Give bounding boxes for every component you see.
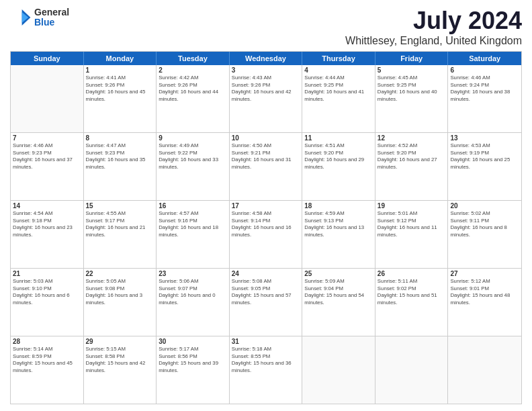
day-info: Sunrise: 4:50 AM Sunset: 9:21 PM Dayligh… (232, 142, 300, 171)
day-cell-17: 17Sunrise: 4:58 AM Sunset: 9:14 PM Dayli… (230, 201, 303, 268)
calendar-row-0: 1Sunrise: 4:41 AM Sunset: 9:26 PM Daylig… (11, 65, 521, 133)
day-cell-31: 31Sunrise: 5:18 AM Sunset: 8:55 PM Dayli… (230, 336, 303, 404)
day-info: Sunrise: 5:18 AM Sunset: 8:55 PM Dayligh… (232, 346, 300, 374)
day-cell-5: 5Sunrise: 4:45 AM Sunset: 9:25 PM Daylig… (375, 65, 449, 132)
day-info: Sunrise: 5:15 AM Sunset: 8:58 PM Dayligh… (86, 346, 154, 374)
day-cell-19: 19Sunrise: 5:01 AM Sunset: 9:12 PM Dayli… (375, 201, 449, 268)
page: General Blue July 2024 Whittlesey, Engla… (0, 0, 532, 411)
day-number: 25 (304, 270, 373, 277)
day-info: Sunrise: 5:01 AM Sunset: 9:12 PM Dayligh… (378, 210, 446, 238)
header-day-monday: Monday (84, 52, 157, 65)
day-number: 12 (378, 134, 446, 142)
day-info: Sunrise: 4:46 AM Sunset: 9:23 PM Dayligh… (13, 142, 81, 171)
day-number: 24 (232, 270, 300, 277)
day-cell-22: 22Sunrise: 5:05 AM Sunset: 9:08 PM Dayli… (84, 269, 157, 336)
day-number: 19 (378, 202, 446, 210)
day-info: Sunrise: 4:46 AM Sunset: 9:24 PM Dayligh… (450, 75, 519, 103)
day-cell-18: 18Sunrise: 4:59 AM Sunset: 9:13 PM Dayli… (302, 201, 375, 268)
header-day-tuesday: Tuesday (157, 52, 230, 65)
day-cell-28: 28Sunrise: 5:14 AM Sunset: 8:59 PM Dayli… (11, 336, 84, 404)
day-info: Sunrise: 4:41 AM Sunset: 9:26 PM Dayligh… (86, 75, 154, 103)
day-cell-12: 12Sunrise: 4:52 AM Sunset: 9:20 PM Dayli… (375, 133, 449, 200)
day-info: Sunrise: 4:53 AM Sunset: 9:19 PM Dayligh… (450, 142, 519, 171)
day-cell-13: 13Sunrise: 4:53 AM Sunset: 9:19 PM Dayli… (448, 133, 521, 200)
day-info: Sunrise: 4:42 AM Sunset: 9:26 PM Dayligh… (159, 75, 227, 103)
calendar-row-4: 28Sunrise: 5:14 AM Sunset: 8:59 PM Dayli… (11, 336, 521, 404)
day-info: Sunrise: 5:09 AM Sunset: 9:04 PM Dayligh… (304, 278, 373, 306)
day-cell-7: 7Sunrise: 4:46 AM Sunset: 9:23 PM Daylig… (11, 133, 84, 200)
day-cell-6: 6Sunrise: 4:46 AM Sunset: 9:24 PM Daylig… (448, 65, 521, 132)
subtitle: Whittlesey, England, United Kingdom (345, 35, 522, 47)
day-info: Sunrise: 5:14 AM Sunset: 8:59 PM Dayligh… (13, 346, 81, 374)
day-info: Sunrise: 4:43 AM Sunset: 9:26 PM Dayligh… (232, 75, 300, 103)
day-cell-23: 23Sunrise: 5:06 AM Sunset: 9:07 PM Dayli… (157, 269, 230, 336)
day-number: 13 (450, 134, 519, 142)
main-title: July 2024 (345, 7, 522, 35)
day-info: Sunrise: 4:51 AM Sunset: 9:20 PM Dayligh… (304, 142, 373, 171)
day-info: Sunrise: 5:17 AM Sunset: 8:56 PM Dayligh… (159, 346, 227, 374)
day-number: 31 (232, 338, 300, 345)
day-info: Sunrise: 4:47 AM Sunset: 9:23 PM Dayligh… (86, 142, 154, 171)
day-info: Sunrise: 4:52 AM Sunset: 9:20 PM Dayligh… (378, 142, 446, 171)
day-number: 14 (13, 202, 81, 210)
day-number: 8 (86, 134, 154, 142)
day-info: Sunrise: 5:08 AM Sunset: 9:05 PM Dayligh… (232, 278, 300, 306)
day-number: 10 (232, 134, 300, 142)
day-cell-10: 10Sunrise: 4:50 AM Sunset: 9:21 PM Dayli… (230, 133, 303, 200)
day-number: 22 (86, 270, 154, 277)
title-block: July 2024 Whittlesey, England, United Ki… (345, 7, 522, 47)
calendar-row-3: 21Sunrise: 5:03 AM Sunset: 9:10 PM Dayli… (11, 269, 521, 336)
day-number: 26 (378, 270, 446, 277)
day-info: Sunrise: 4:45 AM Sunset: 9:25 PM Dayligh… (378, 75, 446, 103)
day-number: 9 (159, 134, 227, 142)
empty-cell (302, 336, 375, 404)
day-info: Sunrise: 4:55 AM Sunset: 9:17 PM Dayligh… (86, 210, 154, 238)
header-day-thursday: Thursday (302, 52, 375, 65)
day-number: 29 (86, 338, 154, 345)
day-cell-4: 4Sunrise: 4:44 AM Sunset: 9:25 PM Daylig… (302, 65, 375, 132)
logo-text: General Blue (34, 7, 69, 28)
day-number: 17 (232, 202, 300, 210)
day-info: Sunrise: 5:02 AM Sunset: 9:11 PM Dayligh… (450, 210, 519, 238)
day-info: Sunrise: 5:03 AM Sunset: 9:10 PM Dayligh… (13, 278, 81, 306)
logo-general-label: General (34, 7, 69, 17)
day-cell-9: 9Sunrise: 4:49 AM Sunset: 9:22 PM Daylig… (157, 133, 230, 200)
day-number: 20 (450, 202, 519, 210)
empty-cell (448, 336, 521, 404)
day-info: Sunrise: 4:44 AM Sunset: 9:25 PM Dayligh… (304, 75, 373, 103)
day-cell-27: 27Sunrise: 5:12 AM Sunset: 9:01 PM Dayli… (448, 269, 521, 336)
logo-icon (10, 7, 32, 28)
calendar-body: 1Sunrise: 4:41 AM Sunset: 9:26 PM Daylig… (11, 65, 521, 404)
day-number: 1 (86, 66, 154, 74)
day-number: 27 (450, 270, 519, 277)
day-cell-1: 1Sunrise: 4:41 AM Sunset: 9:26 PM Daylig… (84, 65, 157, 132)
empty-cell (11, 65, 84, 132)
day-cell-25: 25Sunrise: 5:09 AM Sunset: 9:04 PM Dayli… (302, 269, 375, 336)
day-info: Sunrise: 4:57 AM Sunset: 9:16 PM Dayligh… (159, 210, 227, 238)
day-info: Sunrise: 4:59 AM Sunset: 9:13 PM Dayligh… (304, 210, 373, 238)
header-day-wednesday: Wednesday (230, 52, 303, 65)
empty-cell (375, 336, 449, 404)
day-cell-2: 2Sunrise: 4:42 AM Sunset: 9:26 PM Daylig… (157, 65, 230, 132)
day-number: 2 (159, 66, 227, 74)
day-info: Sunrise: 4:58 AM Sunset: 9:14 PM Dayligh… (232, 210, 300, 238)
day-cell-3: 3Sunrise: 4:43 AM Sunset: 9:26 PM Daylig… (230, 65, 303, 132)
header-day-friday: Friday (375, 52, 449, 65)
day-number: 16 (159, 202, 227, 210)
logo: General Blue (10, 7, 69, 28)
day-info: Sunrise: 4:54 AM Sunset: 9:18 PM Dayligh… (13, 210, 81, 238)
logo-blue-label: Blue (34, 17, 69, 28)
day-info: Sunrise: 4:49 AM Sunset: 9:22 PM Dayligh… (159, 142, 227, 171)
header-day-saturday: Saturday (448, 52, 521, 65)
day-number: 6 (450, 66, 519, 74)
day-number: 30 (159, 338, 227, 345)
day-number: 7 (13, 134, 81, 142)
calendar: SundayMondayTuesdayWednesdayThursdayFrid… (10, 51, 522, 404)
day-number: 28 (13, 338, 81, 345)
day-cell-15: 15Sunrise: 4:55 AM Sunset: 9:17 PM Dayli… (84, 201, 157, 268)
day-cell-20: 20Sunrise: 5:02 AM Sunset: 9:11 PM Dayli… (448, 201, 521, 268)
day-cell-24: 24Sunrise: 5:08 AM Sunset: 9:05 PM Dayli… (230, 269, 303, 336)
day-number: 23 (159, 270, 227, 277)
day-cell-14: 14Sunrise: 4:54 AM Sunset: 9:18 PM Dayli… (11, 201, 84, 268)
calendar-row-1: 7Sunrise: 4:46 AM Sunset: 9:23 PM Daylig… (11, 133, 521, 201)
